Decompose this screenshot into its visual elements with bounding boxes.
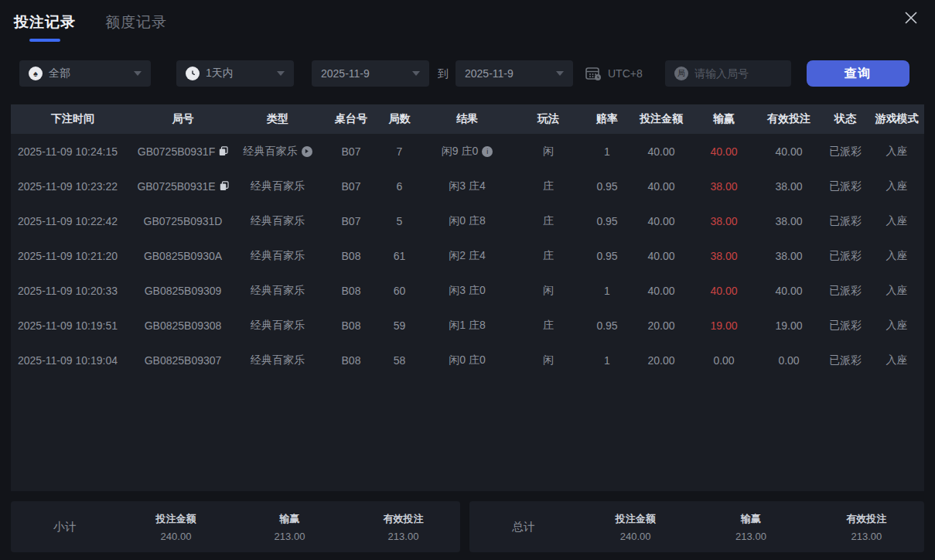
cell-play-type: 庄 — [514, 214, 583, 228]
table-row: 2025-11-09 10:21:20GB0825B0930A经典百家乐B086… — [11, 238, 924, 273]
timezone-indicator[interactable]: UTC+8 — [585, 60, 643, 87]
cell-round-count: 58 — [378, 354, 421, 367]
chevron-down-icon — [134, 71, 142, 76]
round-count: 59 — [394, 319, 406, 332]
tab-quota-records-label: 额度记录 — [105, 12, 167, 32]
play-type: 闲 — [543, 284, 554, 298]
date-to-picker[interactable]: 2025-11-9 — [456, 60, 573, 87]
cell-round-count: 60 — [378, 285, 421, 297]
game-type: 经典百家乐 — [251, 179, 305, 193]
round-id-input[interactable] — [694, 67, 782, 80]
time-range-dropdown[interactable]: 1天内 — [176, 60, 294, 87]
cell-bet-amount: 40.00 — [631, 145, 691, 158]
bet-time: 2025-11-09 10:19:04 — [18, 354, 118, 367]
cell-bet-amount: 40.00 — [631, 285, 691, 297]
tabs-bar: 投注记录 额度记录 — [14, 12, 167, 42]
game-type: 经典百家乐 — [251, 284, 305, 298]
win-loss: 40.00 — [710, 285, 737, 297]
info-icon[interactable]: i — [482, 146, 493, 157]
status-badge: 已派彩 — [829, 145, 862, 159]
cell-round-id: GB0825B0930A — [135, 250, 231, 262]
close-icon[interactable] — [899, 6, 923, 29]
replay-icon[interactable] — [302, 146, 312, 157]
status-badge: 已派彩 — [829, 249, 862, 263]
cell-table-no: B07 — [324, 145, 378, 158]
cell-bet-amount: 20.00 — [631, 319, 691, 332]
game-type: 经典百家乐 — [251, 249, 305, 263]
odds: 1 — [604, 145, 610, 158]
valid-bet: 38.00 — [775, 180, 802, 193]
cell-win-loss: 0.00 — [691, 354, 756, 367]
bet-time: 2025-11-09 10:21:20 — [18, 250, 118, 262]
odds: 0.95 — [596, 319, 617, 332]
table-row: 2025-11-09 10:20:33GB0825B09309经典百家乐B086… — [11, 273, 924, 308]
round-id: GB0725B0931E — [137, 180, 215, 193]
result: 闲1 庄8 — [449, 319, 485, 333]
round-id: GB0725B0931F — [138, 145, 215, 158]
bet-records-table: 下注时间局号类型桌台号局数结果玩法赔率投注金额输赢有效投注状态游戏模式 2025… — [11, 104, 924, 491]
cell-play-type: 庄 — [514, 179, 583, 193]
cell-result: 闲0 庄0 — [421, 353, 514, 367]
cell-game-mode: 入座 — [869, 353, 924, 367]
cell-game-mode: 入座 — [869, 179, 924, 193]
result: 闲3 庄0 — [449, 284, 485, 298]
chevron-down-icon — [277, 71, 285, 76]
cell-odds: 0.95 — [583, 215, 631, 227]
search-button[interactable]: 查询 — [807, 60, 909, 87]
status-badge: 已派彩 — [829, 179, 862, 193]
win-loss: 38.00 — [710, 215, 737, 227]
game-type-dropdown[interactable]: ♠ 全部 — [19, 60, 151, 87]
game-mode: 入座 — [886, 249, 908, 263]
game-mode: 入座 — [886, 284, 908, 298]
play-type: 庄 — [543, 319, 554, 333]
cell-bet-time: 2025-11-09 10:20:33 — [11, 285, 135, 297]
date-from-picker[interactable]: 2025-11-9 — [312, 60, 429, 87]
cell-odds: 1 — [583, 145, 631, 158]
chevron-down-icon — [556, 71, 564, 76]
play-type: 闲 — [543, 145, 554, 159]
tab-bet-records[interactable]: 投注记录 — [14, 12, 76, 42]
status-badge: 已派彩 — [829, 214, 862, 228]
bet-amount: 40.00 — [647, 145, 674, 158]
copy-icon[interactable] — [219, 146, 228, 156]
filter-bar: ♠ 全部 1天内 2025-11-9 到 2025-11-9 UTC+8 — [0, 60, 935, 87]
column-header: 结果 — [421, 112, 514, 126]
result: 闲9 庄0 — [442, 145, 478, 159]
table-row: 2025-11-09 10:19:04GB0825B09307经典百家乐B085… — [11, 343, 924, 377]
valid-bet: 40.00 — [775, 285, 802, 297]
tab-quota-records[interactable]: 额度记录 — [105, 12, 167, 32]
cell-round-count: 6 — [378, 180, 421, 193]
column-header: 下注时间 — [11, 112, 135, 126]
cell-win-loss: 19.00 — [691, 319, 756, 332]
cell-play-type: 庄 — [514, 319, 583, 333]
cell-valid-bet: 38.00 — [756, 250, 821, 262]
cell-odds: 1 — [583, 285, 631, 297]
round-id: GB0825B09307 — [145, 354, 222, 367]
bet-time: 2025-11-09 10:20:33 — [18, 285, 118, 297]
column-header: 输赢 — [691, 112, 756, 126]
column-header: 赔率 — [583, 112, 631, 126]
cell-table-no: B08 — [324, 354, 378, 367]
cell-bet-amount: 40.00 — [631, 250, 691, 262]
bet-amount: 20.00 — [647, 319, 674, 332]
round-count: 58 — [394, 354, 406, 367]
spade-icon: ♠ — [29, 67, 43, 80]
cell-status: 已派彩 — [821, 145, 869, 159]
date-from-value: 2025-11-9 — [321, 67, 370, 80]
play-type: 闲 — [543, 353, 554, 367]
cell-valid-bet: 38.00 — [756, 180, 821, 193]
game-mode: 入座 — [886, 179, 908, 193]
cell-round-count: 5 — [378, 215, 421, 227]
round-id-icon: 局 — [674, 67, 688, 80]
cell-game-mode: 入座 — [869, 145, 924, 159]
cell-round-id: GB0725B0931D — [135, 215, 231, 227]
round-id-search-field[interactable]: 局 — [665, 60, 791, 87]
play-type: 庄 — [543, 179, 554, 193]
copy-icon[interactable] — [220, 181, 229, 191]
bet-time: 2025-11-09 10:19:51 — [18, 319, 118, 332]
cell-game-mode: 入座 — [869, 214, 924, 228]
table-no: B08 — [342, 285, 361, 297]
column-header: 有效投注 — [756, 112, 821, 126]
cell-round-count: 59 — [378, 319, 421, 332]
round-count: 60 — [394, 285, 406, 297]
